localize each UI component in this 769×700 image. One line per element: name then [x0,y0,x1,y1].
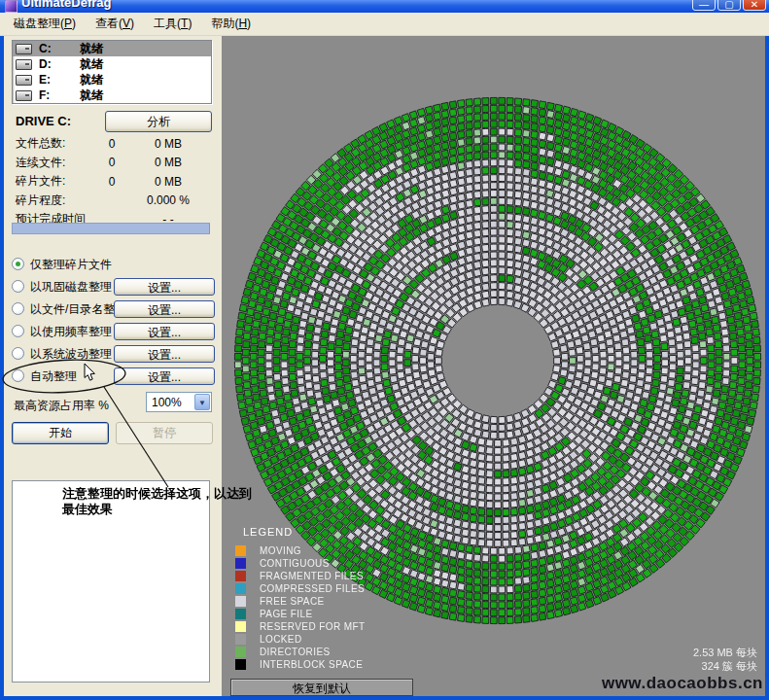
legend-swatch [235,609,246,619]
stat-size: 0.000 % [124,193,212,207]
chevron-down-icon[interactable]: ▼ [194,394,210,410]
drive-icon [16,44,32,54]
legend-item: PAGE FILE [235,608,365,620]
progress-fill [13,224,210,233]
annotation-line2: 最佳效果 [62,502,364,517]
option-row-2[interactable]: 以文件/目录名整理设置... [12,298,215,321]
legend-label: PAGE FILE [260,609,313,619]
legend-swatch [235,583,246,594]
block-size-text: 2.53 MB 每块 [693,646,757,659]
legend: LEGEND MOVINGCONTIGUOUSFRAGMENTED FILESC… [235,526,365,671]
restore-default-button[interactable]: 恢复到默认 [230,679,413,696]
watermark-text: www.daocaobbs.cn [602,674,763,693]
option-label: 以文件/目录名整理 [30,301,126,318]
stat-row-1: 连续文件:00 MB [16,154,212,173]
settings-button[interactable]: 设置... [114,278,215,296]
drive-list[interactable]: C:就绪D:就绪E:就绪F:就绪 [12,40,212,104]
radio-button[interactable] [12,325,24,337]
radio-button[interactable] [12,369,24,382]
drive-icon [16,59,32,70]
legend-swatch [235,596,246,607]
option-row-4[interactable]: 以系统波动整理设置... [12,343,215,366]
radio-button[interactable] [12,302,24,315]
legend-label: INTERBLOCK SPACE [260,659,363,670]
menu-item-p[interactable]: 磁盘整理(P) [4,13,86,35]
option-row-1[interactable]: 以巩固磁盘整理设置... [12,276,215,298]
option-label: 仅整理碎片文件 [30,257,112,273]
menu-item-v[interactable]: 查看(V) [86,13,144,35]
settings-button[interactable]: 设置... [114,300,215,318]
legend-label: DIRECTORIES [260,647,331,657]
legend-item: DIRECTORIES [235,646,365,658]
legend-title: LEGEND [243,526,365,538]
start-button[interactable]: 开始 [12,422,109,444]
option-row-5[interactable]: 自动整理设置... [12,366,215,388]
legend-item: FRAGMENTED FILES [235,570,365,582]
drive-row-D[interactable]: D:就绪 [13,56,211,72]
menu-bar: 磁盘整理(P)查看(V)工具(T)帮助(H) [0,13,769,36]
close-button[interactable]: ✕ [743,0,766,11]
drive-row-F[interactable]: F:就绪 [13,88,211,103]
drive-name: E: [39,73,80,87]
option-row-3[interactable]: 以使用频率整理设置... [12,321,215,343]
resource-usage-label: 最高资源占用率 % [14,398,109,414]
stat-count: 0 [99,175,124,189]
stat-label: 碎片程度: [16,192,99,209]
analyze-button[interactable]: 分析 [105,111,212,132]
stat-row-0: 文件总数:00 MB [16,134,212,154]
legend-label: LOCKED [260,634,302,645]
legend-label: FREE SPACE [260,596,325,607]
legend-item: CONTIGUOUS [235,557,365,570]
drive-name: C: [39,42,80,55]
legend-swatch [235,545,246,556]
control-panel: C:就绪D:就绪E:就绪F:就绪 DRIVE C: 分析 文件总数:00 MB连… [4,36,222,696]
pause-button[interactable]: 暂停 [116,422,213,444]
resource-usage-dropdown[interactable]: 100% ▼ [146,392,212,412]
legend-label: COMPRESSED FILES [260,583,365,594]
legend-swatch [235,558,246,569]
stat-size: 0 MB [124,175,212,189]
legend-swatch [235,634,246,645]
legend-item: INTERBLOCK SPACE [235,658,365,671]
stat-count: 0 [99,156,124,169]
settings-button[interactable]: 设置... [114,323,215,340]
stat-label: 连续文件: [16,155,99,171]
drive-status: 就绪 [80,41,103,57]
minimize-button[interactable]: — [692,0,716,11]
legend-label: MOVING [260,545,301,556]
legend-label: FRAGMENTED FILES [260,571,364,581]
window-title: UltimateDefrag [21,0,111,10]
radio-button[interactable] [12,347,24,360]
drive-status: 就绪 [80,56,103,73]
stat-size: 0 MB [124,137,212,151]
caption-buttons: — ▢ ✕ [692,0,766,11]
drive-status: 就绪 [80,72,103,88]
menu-item-t[interactable]: 工具(T) [144,13,201,35]
menu-item-h[interactable]: 帮助(H) [201,13,261,35]
legend-swatch [235,571,246,581]
settings-button[interactable]: 设置... [114,368,215,385]
option-row-0[interactable]: 仅整理碎片文件 [12,254,215,276]
maximize-button[interactable]: ▢ [717,0,741,11]
drive-status: 就绪 [80,88,103,104]
drive-row-C[interactable]: C:就绪 [13,41,211,56]
legend-swatch [235,659,246,670]
drive-title: DRIVE C: [16,114,71,128]
option-label: 自动整理 [30,368,77,385]
dropdown-value: 100% [152,396,182,409]
drive-name: D: [39,57,80,71]
option-label: 以使用频率整理 [30,324,112,340]
title-bar[interactable]: UltimateDefrag — ▢ ✕ [0,0,769,13]
legend-label: RESERVED FOR MFT [260,621,365,632]
drive-row-E[interactable]: E:就绪 [13,72,211,88]
stat-count: 0 [99,137,124,151]
drive-name: F: [39,88,80,102]
stats-table: 文件总数:00 MB连续文件:00 MB碎片文件:00 MB碎片程度:0.000… [16,134,212,229]
legend-item: RESERVED FOR MFT [235,620,365,633]
stat-size: 0 MB [124,156,212,169]
radio-button[interactable] [12,280,24,293]
stat-label: 文件总数: [16,135,99,152]
legend-label: CONTIGUOUS [260,558,330,569]
settings-button[interactable]: 设置... [114,345,215,363]
radio-button[interactable] [12,258,24,270]
